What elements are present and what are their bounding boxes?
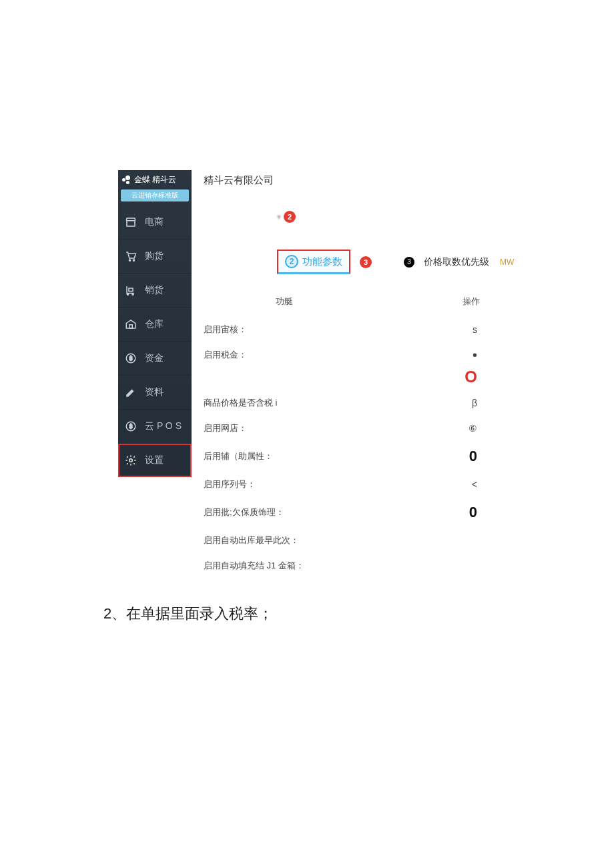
svg-rect-3	[129, 288, 133, 292]
sidebar-item-label: 电商	[145, 216, 164, 228]
coin-icon: $	[125, 352, 137, 364]
step-badge-3: 3	[360, 256, 372, 268]
sidebar-item-warehouse[interactable]: 仓库	[118, 308, 192, 342]
notification-badge[interactable]: 2	[284, 211, 296, 223]
setting-label: 启用自动出库最早此次：	[204, 534, 424, 546]
logo-text: 金蝶 精斗云	[134, 174, 176, 185]
setting-value[interactable]: •	[424, 353, 477, 357]
setting-label: 后用辅（助属性：	[204, 450, 424, 462]
bullet-3: 3	[404, 257, 414, 268]
setting-label: 启用网店：	[204, 422, 424, 434]
tab-label: 功能参数	[302, 256, 342, 268]
notification-badge-row: ▾ 2	[277, 211, 532, 223]
setting-label: 启用宙核：	[204, 324, 424, 336]
row-auto-fill-settlement: 启用自动填充结 J1 金箱：	[204, 553, 532, 578]
setting-value[interactable]: <	[424, 479, 477, 490]
setting-label: 启用序列号：	[204, 478, 424, 490]
sidebar-item-label: 资金	[145, 352, 164, 364]
sidebar-item-label: 设置	[145, 454, 164, 466]
trolley-icon	[125, 284, 137, 296]
edition-banner: 云进销存标准版	[121, 189, 189, 201]
sidebar-item-label: 购货	[145, 250, 164, 262]
priority-suffix: MW	[500, 258, 514, 267]
row-enable-tax: 启用税金： •	[204, 342, 532, 368]
svg-point-4	[127, 294, 128, 295]
sidebar-item-finance[interactable]: $ 资金	[118, 342, 192, 376]
row-enable-batch: 启用批;欠保质饰理： 0	[204, 497, 532, 528]
svg-rect-6	[129, 325, 133, 328]
svg-point-5	[132, 294, 133, 295]
header-operation: 操作	[463, 296, 480, 308]
setting-value[interactable]: 0	[424, 448, 477, 465]
gear-icon	[125, 454, 137, 466]
pencil-icon	[125, 386, 137, 398]
row-enable-aux-attr: 后用辅（助属性： 0	[204, 441, 532, 472]
sidebar-item-label: 销货	[145, 284, 164, 296]
header-function: 功艇	[276, 296, 449, 308]
sidebar-item-sales[interactable]: 销货	[118, 274, 192, 308]
svg-point-2	[133, 260, 134, 261]
sidebar-item-pos[interactable]: $ 云 P O S	[118, 410, 192, 444]
row-price-include-tax: 商品价格是否含税 i β	[204, 390, 532, 416]
sidebar-item-settings[interactable]: 设置	[118, 444, 192, 477]
setting-value[interactable]: β	[424, 398, 477, 408]
coin-icon: $	[125, 420, 137, 432]
svg-point-1	[129, 260, 130, 261]
tab-step-number: 2	[285, 255, 298, 268]
caret-down-icon: ▾	[277, 212, 281, 222]
svg-point-11	[129, 459, 133, 462]
setting-value[interactable]: ⑥	[424, 423, 477, 434]
row-enable-online-store: 启用网店： ⑥	[204, 416, 532, 441]
shop-icon	[125, 216, 137, 228]
sidebar-item-purchase[interactable]: 购货	[118, 240, 192, 274]
settings-screenshot: 金蝶 精斗云 云进销存标准版 电商 购货 销货 仓库	[118, 170, 532, 578]
svg-text:$: $	[129, 356, 133, 362]
step-2-instruction: 2、在单据里面录入税率；	[103, 604, 273, 624]
sidebar-item-label: 仓库	[145, 318, 164, 330]
setting-label: 启用自动填充结 J1 金箱：	[204, 560, 424, 572]
sidebar-item-ecommerce[interactable]: 电商	[118, 205, 192, 240]
price-priority-label: 价格取数优先级	[424, 256, 489, 268]
table-header: 功艇 操作	[204, 293, 532, 317]
row-enable-serial: 启用序列号： <	[204, 472, 532, 497]
logo: 金蝶 精斗云	[118, 170, 192, 188]
row-auto-out-earliest: 启用自动出库最早此次：	[204, 528, 532, 553]
sidebar-item-data[interactable]: 资料	[118, 376, 192, 410]
setting-value[interactable]: 0	[424, 504, 477, 521]
tabs-row: 2 功能参数 3 3 价格取数优先级 MW	[277, 250, 532, 274]
svg-rect-0	[127, 221, 135, 226]
sidebar-item-label: 云 P O S	[145, 420, 182, 432]
setting-label: 启用税金：	[204, 349, 424, 361]
svg-text:$: $	[129, 424, 133, 430]
row-tax-toggle: O	[204, 368, 532, 390]
settings-table: 功艇 操作 启用宙核： s 启用税金： • O 商品价格是否含税 i β 启用网…	[204, 293, 532, 578]
tax-toggle-highlight[interactable]: O	[424, 368, 477, 386]
cart-icon	[125, 250, 137, 262]
main-area: 精斗云有限公司 ▾ 2 2 功能参数 3 3 价格取数优先级 MW 功艇 操作 …	[192, 170, 532, 578]
company-name: 精斗云有限公司	[204, 170, 532, 187]
setting-value[interactable]: s	[424, 324, 477, 335]
warehouse-icon	[125, 318, 137, 330]
row-enable-audit: 启用宙核： s	[204, 317, 532, 342]
tab-function-params[interactable]: 2 功能参数	[277, 250, 350, 274]
setting-label: 启用批;欠保质饰理：	[204, 506, 424, 518]
logo-icon	[122, 175, 131, 185]
setting-label: 商品价格是否含税 i	[204, 397, 424, 409]
sidebar: 金蝶 精斗云 云进销存标准版 电商 购货 销货 仓库	[118, 170, 192, 477]
sidebar-item-label: 资料	[145, 386, 164, 398]
